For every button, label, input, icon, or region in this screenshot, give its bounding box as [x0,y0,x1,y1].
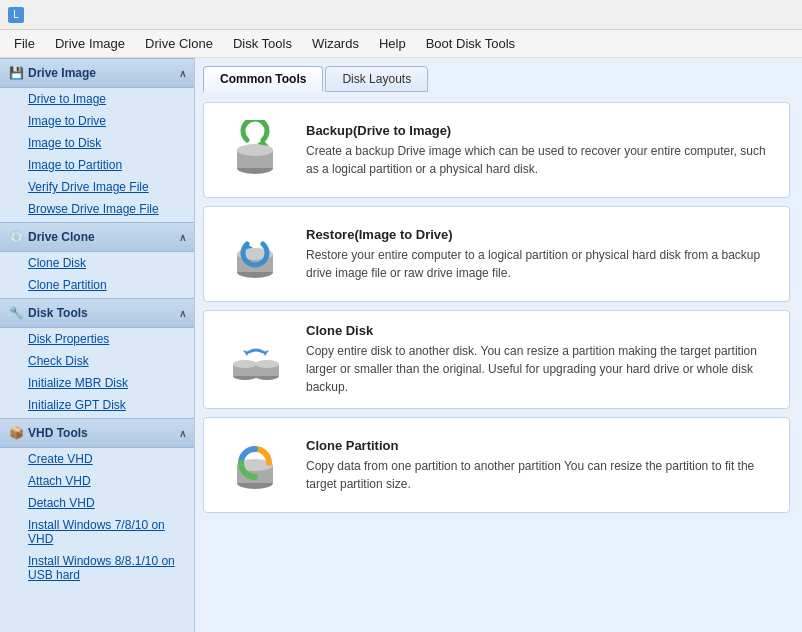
card-title-backup: Backup(Drive to Image) [306,123,773,138]
menu-item-boot-disk-tools[interactable]: Boot Disk Tools [416,32,525,55]
sidebar-item-disk-properties[interactable]: Disk Properties [0,328,194,350]
section-label-vhd-tools: VHD Tools [28,426,88,440]
sidebar-item-clone-disk[interactable]: Clone Disk [0,252,194,274]
minimize-button[interactable] [712,5,738,25]
section-icon-disk-tools: 🔧 [8,305,24,321]
section-icon-drive-image: 💾 [8,65,24,81]
section-icon-drive-clone: 💿 [8,229,24,245]
close-button[interactable] [768,5,794,25]
sidebar-item-browse-drive-image-file[interactable]: Browse Drive Image File [0,198,194,220]
menu-item-help[interactable]: Help [369,32,416,55]
card-icon-backup [220,115,290,185]
sidebar-item-initialize-mbr-disk[interactable]: Initialize MBR Disk [0,372,194,394]
svg-point-2 [237,144,273,156]
sidebar-item-check-disk[interactable]: Check Disk [0,350,194,372]
tabs: Common ToolsDisk Layouts [203,66,794,92]
sidebar-section-drive-image: 💾 Drive Image ∧ Drive to ImageImage to D… [0,58,194,220]
section-icon-vhd-tools: 📦 [8,425,24,441]
menu-item-drive-clone[interactable]: Drive Clone [135,32,223,55]
titlebar: L [0,0,802,30]
main-layout: 💾 Drive Image ∧ Drive to ImageImage to D… [0,58,802,632]
sidebar-item-drive-to-image[interactable]: Drive to Image [0,88,194,110]
card-desc-clone-partition: Copy data from one partition to another … [306,457,773,493]
maximize-button[interactable] [740,5,766,25]
content-area: Common ToolsDisk Layouts Backup(Drive to… [195,58,802,632]
sidebar-item-verify-drive-image-file[interactable]: Verify Drive Image File [0,176,194,198]
sidebar-item-install-windows-8/8.1/10-on-usb-hard[interactable]: Install Windows 8/8.1/10 on USB hard [0,550,194,586]
app-icon: L [8,7,24,23]
sidebar-section-header-drive-image[interactable]: 💾 Drive Image ∧ [0,58,194,88]
sidebar-item-initialize-gpt-disk[interactable]: Initialize GPT Disk [0,394,194,416]
sidebar-item-detach-vhd[interactable]: Detach VHD [0,492,194,514]
card-icon-clone-partition [220,430,290,500]
menu-item-disk-tools[interactable]: Disk Tools [223,32,302,55]
section-label-drive-clone: Drive Clone [28,230,95,244]
card-text-restore: Restore(Image to Drive)Restore your enti… [306,227,773,282]
sidebar-item-attach-vhd[interactable]: Attach VHD [0,470,194,492]
svg-point-10 [233,360,257,368]
menubar: FileDrive ImageDrive CloneDisk ToolsWiza… [0,30,802,58]
sidebar-item-image-to-disk[interactable]: Image to Disk [0,132,194,154]
svg-point-13 [255,360,279,368]
card-clone-partition[interactable]: Clone PartitionCopy data from one partit… [203,417,790,513]
tab-disk-layouts[interactable]: Disk Layouts [325,66,428,92]
sidebar-section-drive-clone: 💿 Drive Clone ∧ Clone DiskClone Partitio… [0,222,194,296]
card-icon-restore [220,219,290,289]
titlebar-buttons [712,5,794,25]
card-backup[interactable]: Backup(Drive to Image)Create a backup Dr… [203,102,790,198]
chevron-icon-drive-clone: ∧ [179,232,186,243]
sidebar-section-header-drive-clone[interactable]: 💿 Drive Clone ∧ [0,222,194,252]
card-clone-disk[interactable]: Clone DiskCopy entire disk to another di… [203,310,790,409]
card-desc-clone-disk: Copy entire disk to another disk. You ca… [306,342,773,396]
menu-item-wizards[interactable]: Wizards [302,32,369,55]
tab-common-tools[interactable]: Common Tools [203,66,323,92]
sidebar-section-disk-tools: 🔧 Disk Tools ∧ Disk PropertiesCheck Disk… [0,298,194,416]
cards-container: Backup(Drive to Image)Create a backup Dr… [203,102,794,624]
card-text-backup: Backup(Drive to Image)Create a backup Dr… [306,123,773,178]
section-label-drive-image: Drive Image [28,66,96,80]
sidebar-item-create-vhd[interactable]: Create VHD [0,448,194,470]
card-desc-backup: Create a backup Drive image which can be… [306,142,773,178]
card-desc-restore: Restore your entire computer to a logica… [306,246,773,282]
card-title-clone-partition: Clone Partition [306,438,773,453]
sidebar: 💾 Drive Image ∧ Drive to ImageImage to D… [0,58,195,632]
sidebar-section-header-vhd-tools[interactable]: 📦 VHD Tools ∧ [0,418,194,448]
sidebar-item-image-to-drive[interactable]: Image to Drive [0,110,194,132]
card-title-clone-disk: Clone Disk [306,323,773,338]
sidebar-item-image-to-partition[interactable]: Image to Partition [0,154,194,176]
sidebar-item-install-windows-7/8/10-on-vhd[interactable]: Install Windows 7/8/10 on VHD [0,514,194,550]
chevron-icon-disk-tools: ∧ [179,308,186,319]
menu-item-file[interactable]: File [4,32,45,55]
card-title-restore: Restore(Image to Drive) [306,227,773,242]
menu-item-drive-image[interactable]: Drive Image [45,32,135,55]
chevron-icon-drive-image: ∧ [179,68,186,79]
section-label-disk-tools: Disk Tools [28,306,88,320]
card-text-clone-partition: Clone PartitionCopy data from one partit… [306,438,773,493]
sidebar-section-header-disk-tools[interactable]: 🔧 Disk Tools ∧ [0,298,194,328]
card-restore[interactable]: Restore(Image to Drive)Restore your enti… [203,206,790,302]
card-text-clone-disk: Clone DiskCopy entire disk to another di… [306,323,773,396]
sidebar-item-clone-partition[interactable]: Clone Partition [0,274,194,296]
chevron-icon-vhd-tools: ∧ [179,428,186,439]
card-icon-clone-disk [220,325,290,395]
sidebar-section-vhd-tools: 📦 VHD Tools ∧ Create VHDAttach VHDDetach… [0,418,194,586]
